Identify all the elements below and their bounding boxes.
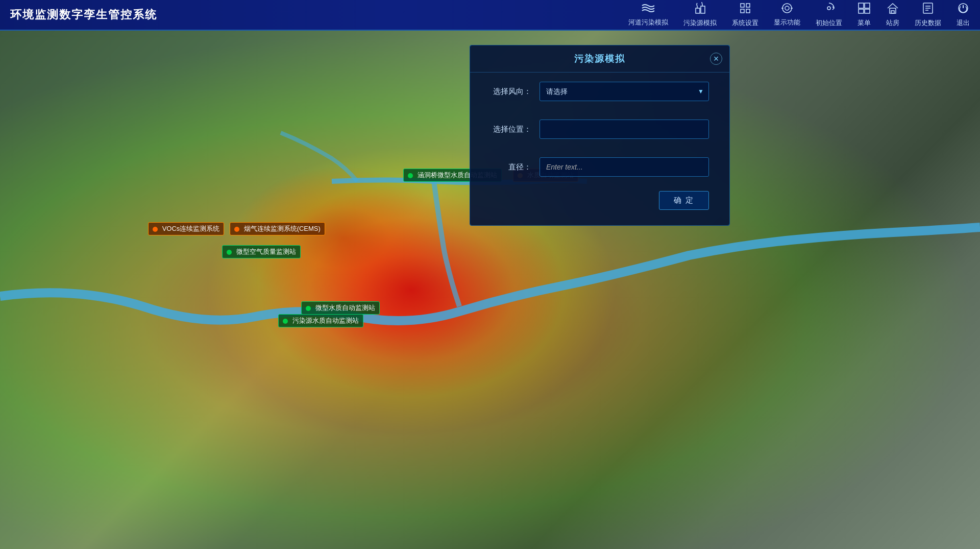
- svg-rect-6: [741, 9, 744, 13]
- svg-rect-15: [859, 9, 864, 13]
- nav-river-pollution-label: 河道污染模拟: [628, 18, 668, 27]
- svg-rect-0: [696, 8, 700, 13]
- svg-rect-13: [859, 3, 864, 8]
- nav-system-settings[interactable]: 系统设置: [732, 2, 758, 28]
- nav-history-data-label: 历史数据: [915, 18, 941, 28]
- diameter-label: 直径：: [491, 162, 531, 172]
- modal-title: 污染源模拟: [574, 53, 625, 65]
- close-button[interactable]: ×: [710, 53, 722, 65]
- vocs-label: VOCs连续监测系统: [148, 222, 224, 235]
- pollution-source-icon: [694, 2, 707, 16]
- svg-rect-16: [865, 9, 870, 13]
- svg-rect-18: [891, 11, 894, 13]
- nav-exit-label: 退出: [957, 18, 970, 28]
- svg-point-12: [827, 7, 830, 10]
- nav-station[interactable]: 站房: [886, 2, 899, 28]
- system-settings-icon: [739, 2, 751, 16]
- initial-position-icon: [823, 2, 835, 16]
- station-icon: [886, 2, 899, 16]
- form-actions: 确 定: [470, 186, 729, 210]
- nav-pollution-source-label: 污染源模拟: [683, 18, 717, 28]
- location-row: 选择位置：: [470, 110, 729, 148]
- nav-history-data[interactable]: 历史数据: [915, 2, 941, 28]
- wind-direction-label: 选择风向：: [491, 87, 531, 97]
- pollution-water-label: 污染源水质自动监测站: [278, 314, 363, 327]
- nav-pollution-source[interactable]: 污染源模拟: [683, 2, 717, 28]
- micro-water-label: 微型水质自动监测站: [301, 301, 380, 315]
- nav-display-functions[interactable]: 显示功能: [774, 3, 800, 27]
- nav-menu-label: 菜单: [857, 18, 871, 28]
- nav-initial-position-label: 初始位置: [816, 18, 842, 28]
- nav-river-pollution[interactable]: 河道污染模拟: [628, 3, 668, 27]
- modal-header: 污染源模拟 ×: [470, 45, 729, 73]
- nav-initial-position[interactable]: 初始位置: [816, 2, 842, 28]
- svg-rect-4: [741, 4, 744, 7]
- cems-label: 烟气连续监测系统(CEMS): [230, 222, 325, 235]
- svg-rect-1: [701, 6, 705, 13]
- nav-display-functions-label: 显示功能: [774, 18, 800, 27]
- navigation: 河道污染模拟 污染源模拟: [628, 2, 970, 28]
- wind-direction-select-wrapper: 请选择 东风 南风 西风 北风 东南风 东北风 西南风 西北风 ▼: [540, 82, 709, 101]
- svg-rect-7: [746, 9, 750, 13]
- history-data-icon: [922, 2, 934, 16]
- location-input[interactable]: [540, 120, 709, 139]
- display-functions-icon: [780, 3, 794, 16]
- nav-menu[interactable]: 菜单: [857, 2, 871, 28]
- nav-exit[interactable]: 退出: [957, 2, 970, 28]
- location-label: 选择位置：: [491, 125, 531, 134]
- wind-direction-select[interactable]: 请选择 东风 南风 西风 北风 东南风 东北风 西南风 西北风: [540, 82, 709, 101]
- svg-rect-14: [865, 3, 870, 8]
- diameter-row: 直径：: [470, 148, 729, 186]
- wind-direction-row: 选择风向： 请选择 东风 南风 西风 北风 东南风 东北风 西南风 西北风 ▼: [470, 73, 729, 110]
- exit-icon: [957, 2, 969, 16]
- confirm-button[interactable]: 确 定: [659, 191, 709, 210]
- nav-station-label: 站房: [886, 18, 899, 28]
- header: 环境监测数字孪生管控系统 河道污染模拟: [0, 0, 980, 31]
- svg-rect-5: [746, 4, 750, 7]
- air-quality-label: 微型空气质量监测站: [222, 245, 301, 258]
- app-title: 环境监测数字孪生管控系统: [10, 7, 157, 22]
- river-pollution-icon: [641, 3, 655, 16]
- svg-point-9: [785, 6, 789, 10]
- diameter-input[interactable]: [540, 157, 709, 177]
- pollution-source-modal: 污染源模拟 × 选择风向： 请选择 东风 南风 西风 北风 东南风 东北风 西南…: [470, 45, 730, 226]
- nav-system-settings-label: 系统设置: [732, 18, 758, 28]
- menu-icon: [857, 2, 871, 16]
- svg-point-8: [782, 4, 792, 13]
